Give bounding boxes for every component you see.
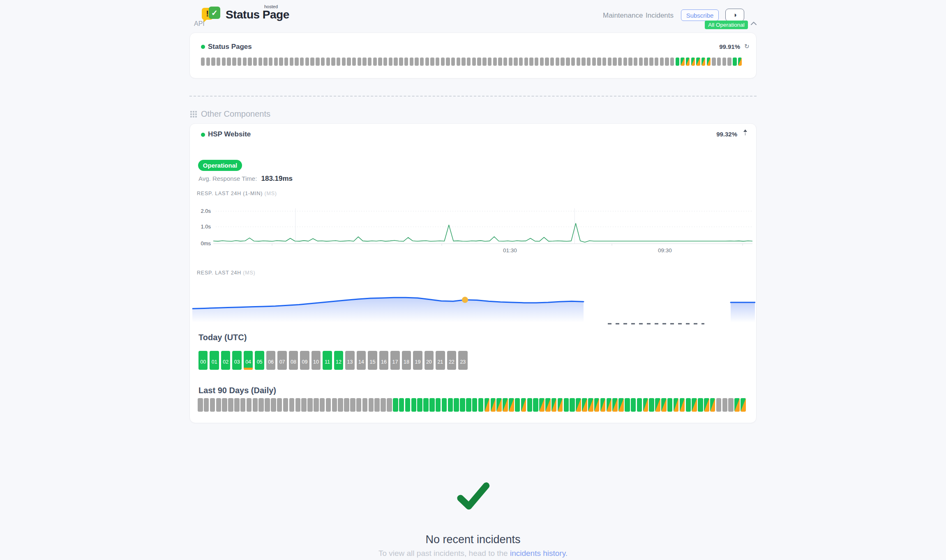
uptime-block[interactable] [602,58,606,66]
uptime-block[interactable] [331,58,335,66]
uptime-block[interactable] [587,58,591,66]
day-block[interactable] [503,398,508,412]
uptime-block[interactable] [519,58,523,66]
day-block[interactable] [198,398,203,412]
day-block[interactable] [283,398,288,412]
uptime-block[interactable] [232,58,236,66]
uptime-block[interactable] [592,58,596,66]
uptime-block[interactable] [676,58,679,66]
uptime-block[interactable] [707,58,711,66]
day-block[interactable] [374,398,380,412]
day-block[interactable] [216,398,222,412]
day-block[interactable] [448,398,453,412]
highlight-point[interactable] [462,297,468,303]
day-block[interactable] [271,398,276,412]
day-block[interactable] [734,398,740,412]
uptime-block[interactable] [628,58,632,66]
uptime-block[interactable] [337,58,340,66]
nav-maintenance[interactable]: Maintenance [603,12,643,20]
uptime-block[interactable] [618,58,622,66]
day-block[interactable] [551,398,557,412]
day-block[interactable] [253,398,258,412]
uptime-block[interactable] [310,58,314,66]
uptime-block[interactable] [649,58,653,66]
day-block[interactable] [485,398,490,412]
day-block[interactable] [716,398,722,412]
day-block[interactable] [618,398,624,412]
day-block[interactable] [210,398,215,412]
day-block[interactable] [527,398,533,412]
uptime-block[interactable] [482,58,486,66]
day-block[interactable] [600,398,606,412]
day-block[interactable] [338,398,343,412]
uptime-block[interactable] [253,58,257,66]
uptime-block[interactable] [404,58,408,66]
uptime-block[interactable] [420,58,424,66]
day-block[interactable] [411,398,417,412]
hour-block-00[interactable]: 00 [198,351,208,370]
day-block[interactable] [460,398,465,412]
uptime-block[interactable] [581,58,585,66]
uptime-block[interactable] [394,58,397,66]
hour-block-12[interactable]: 12 [334,351,343,370]
day-block[interactable] [436,398,441,412]
uptime-block[interactable] [561,58,564,66]
uptime-block[interactable] [639,58,643,66]
day-block[interactable] [423,398,429,412]
day-block[interactable] [631,398,636,412]
uptime-block[interactable] [712,58,715,66]
uptime-block[interactable] [378,58,382,66]
day-block[interactable] [612,398,618,412]
day-block[interactable] [350,398,355,412]
day-block[interactable] [558,398,563,412]
uptime-block[interactable] [368,58,371,66]
day-block[interactable] [496,398,502,412]
uptime-block[interactable] [613,58,616,66]
hour-block-08[interactable]: 08 [289,351,298,370]
hour-block-06[interactable]: 06 [266,351,275,370]
day-block[interactable] [466,398,471,412]
uptime-block[interactable] [436,58,439,66]
day-block[interactable] [326,398,331,412]
day-block[interactable] [594,398,600,412]
day-block[interactable] [295,398,301,412]
uptime-block[interactable] [696,58,700,66]
hour-block-20[interactable]: 20 [425,351,434,370]
day-block[interactable] [741,398,746,412]
day-block[interactable] [564,398,569,412]
hour-block-17[interactable]: 17 [390,351,399,370]
uptime-block[interactable] [670,58,674,66]
hour-block-07[interactable]: 07 [277,351,286,370]
day-block[interactable] [258,398,264,412]
uptime-block[interactable] [441,58,445,66]
hour-block-11[interactable]: 11 [323,351,332,370]
hour-block-04[interactable]: 04 [244,351,253,370]
uptime-block[interactable] [545,58,549,66]
day-block[interactable] [442,398,447,412]
uptime-block[interactable] [477,58,481,66]
day-block[interactable] [405,398,411,412]
uptime-block[interactable] [389,58,392,66]
hour-block-14[interactable]: 14 [357,351,366,370]
day-block[interactable] [539,398,545,412]
uptime-block[interactable] [503,58,507,66]
hour-block-09[interactable]: 09 [300,351,309,370]
hour-block-19[interactable]: 19 [413,351,422,370]
uptime-block[interactable] [691,58,695,66]
day-block[interactable] [393,398,398,412]
uptime-block[interactable] [347,58,351,66]
day-block[interactable] [307,398,313,412]
uptime-block[interactable] [493,58,497,66]
hour-block-21[interactable]: 21 [436,351,445,370]
day-block[interactable] [649,398,654,412]
day-block[interactable] [472,398,478,412]
day-block[interactable] [265,398,270,412]
day-block[interactable] [228,398,233,412]
refresh-icon[interactable]: ↻ [744,43,750,50]
uptime-block[interactable] [566,58,570,66]
uptime-block[interactable] [686,58,690,66]
uptime-block[interactable] [227,58,231,66]
day-block[interactable] [515,398,520,412]
uptime-block[interactable] [295,58,298,66]
uptime-block[interactable] [451,58,455,66]
